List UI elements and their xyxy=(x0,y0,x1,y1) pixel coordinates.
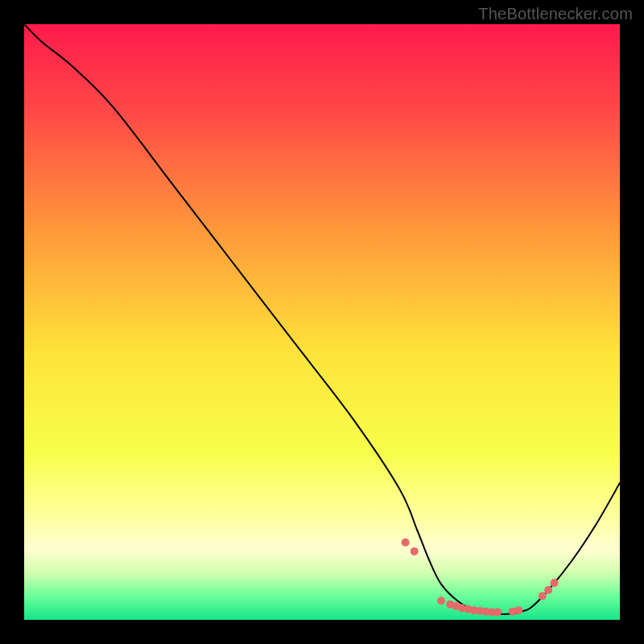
chart-curve-layer xyxy=(24,24,620,620)
highlight-marker xyxy=(437,597,445,605)
highlight-marker xyxy=(539,592,547,600)
bottleneck-curve-line xyxy=(24,24,620,614)
highlight-marker xyxy=(402,539,410,547)
highlight-marker xyxy=(514,606,522,614)
highlight-marker xyxy=(544,586,552,594)
highlight-marker xyxy=(551,579,559,587)
highlight-marker xyxy=(411,547,419,555)
highlight-marker xyxy=(493,608,502,616)
attribution-text: TheBottlenecker.com xyxy=(478,5,633,23)
chart-plot-area xyxy=(24,24,620,620)
